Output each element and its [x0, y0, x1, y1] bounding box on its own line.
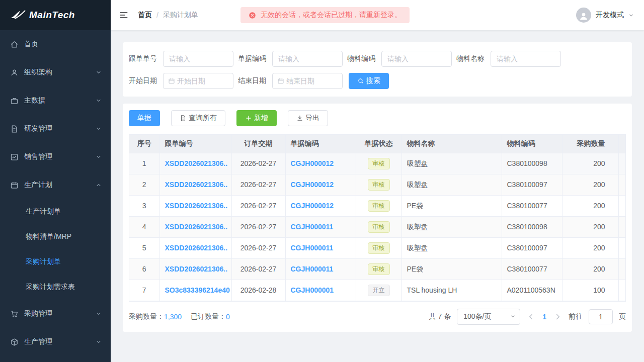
- table-panel: 单据查询所有新增导出 序号跟单编号订单交期单据编码单据状态物料名称物料编码采购数…: [123, 104, 632, 332]
- doc-no-link[interactable]: CGJH000011: [291, 265, 334, 273]
- calendar-icon: [10, 181, 19, 190]
- sidebar-item-master-data[interactable]: 主数据: [0, 86, 111, 115]
- user-menu[interactable]: 开发模式: [576, 8, 634, 23]
- filter-label: 跟单单号: [129, 54, 157, 63]
- chevron-down-icon: [96, 154, 102, 160]
- table-row[interactable]: 2XSDD2026021306..2026-02-27CGJH000012审核吸…: [129, 174, 626, 195]
- filter-input-start-date[interactable]: [175, 73, 233, 88]
- text-input-doc-code[interactable]: [272, 51, 343, 67]
- cell-material-name: 吸塑盘: [401, 174, 502, 195]
- cell-material-name: 吸塑盘: [401, 153, 502, 174]
- doc-no-link[interactable]: CGJH000001: [291, 286, 334, 294]
- document-button[interactable]: 单据: [129, 110, 160, 126]
- filter-row-2: 开始日期结束日期搜索: [129, 73, 626, 89]
- logo-swoosh-icon: [9, 9, 26, 21]
- table-row[interactable]: 4XSDD2026021306..2026-02-27CGJH000011审核吸…: [129, 216, 626, 237]
- filter-field-material-code: 物料编码: [347, 51, 452, 67]
- text-input-follow-no[interactable]: [163, 51, 233, 67]
- sidebar-subitem[interactable]: 采购计划单: [0, 249, 111, 275]
- cell-follow-no: XSDD2026021306..: [159, 153, 231, 174]
- date-input-start-date[interactable]: [163, 73, 233, 89]
- sidebar-item-sales[interactable]: 销售管理: [0, 143, 111, 171]
- cell-qty: 200: [562, 153, 618, 174]
- goto-page-input[interactable]: [589, 309, 613, 324]
- filter-input-material-code[interactable]: [382, 51, 451, 66]
- follow-no-link[interactable]: XSDD2026021306..: [165, 244, 228, 252]
- status-badge: 审核: [368, 263, 390, 275]
- add-button[interactable]: 新增: [236, 110, 277, 126]
- sidebar-item-production-plan[interactable]: 生产计划: [0, 171, 111, 199]
- cell-doc-no: CGJH000011: [285, 258, 356, 280]
- filter-input-end-date[interactable]: [284, 73, 342, 88]
- sidebar-item-org[interactable]: 组织架构: [0, 58, 111, 86]
- menu-fold-icon[interactable]: [119, 10, 129, 20]
- sidebar-item-production[interactable]: 生产管理: [0, 328, 111, 356]
- cell-follow-no: XSDD2026021306..: [159, 216, 231, 237]
- follow-no-link[interactable]: XSDD2026021306..: [165, 223, 228, 231]
- cell-qty: 200: [562, 216, 618, 237]
- cell-qty: 200: [562, 174, 618, 195]
- cell-follow-no: XSDD2026021306..: [159, 258, 231, 280]
- follow-no-link[interactable]: SO3c833396214e40: [165, 286, 230, 294]
- page-number[interactable]: 1: [541, 313, 547, 321]
- cell-clipped: [618, 174, 626, 195]
- text-input-material-code[interactable]: [381, 51, 452, 67]
- briefcase-icon: [10, 97, 19, 105]
- cell-clipped: [618, 258, 626, 280]
- sidebar-item-home[interactable]: 首页: [0, 30, 111, 58]
- query-all-button[interactable]: 查询所有: [171, 110, 225, 126]
- export-button[interactable]: 导出: [288, 110, 328, 126]
- table-header-row: 序号跟单编号订单交期单据编码单据状态物料名称物料编码采购数量: [129, 135, 626, 153]
- sidebar-subitem[interactable]: 采购计划需求表: [0, 275, 111, 300]
- cell-doc-no: CGJH000011: [285, 237, 356, 258]
- cell-material-code: C380100097: [502, 237, 562, 258]
- column-header: 订单交期: [231, 135, 285, 153]
- doc-no-link[interactable]: CGJH000012: [291, 159, 334, 167]
- table-row[interactable]: 5XSDD2026021306..2026-02-27CGJH000011审核吸…: [129, 237, 626, 258]
- sidebar-subitem[interactable]: 物料清单/MRP: [0, 224, 111, 249]
- sidebar-item-rnd[interactable]: 研发管理: [0, 115, 111, 143]
- app-root: MainTech 首页组织架构主数据研发管理销售管理生产计划生产计划单物料清单/…: [0, 0, 644, 362]
- table-row[interactable]: 1XSDD2026021306..2026-02-27CGJH000012审核吸…: [129, 153, 626, 174]
- filter-input-material-name[interactable]: [491, 51, 560, 66]
- chevron-down-icon: [96, 311, 102, 317]
- chevron-down-icon: [96, 126, 102, 132]
- status-badge: 审核: [368, 200, 390, 212]
- follow-no-link[interactable]: XSDD2026021306..: [165, 180, 228, 189]
- table-row[interactable]: 6XSDD2026021306..2026-02-27CGJH000011审核P…: [129, 258, 626, 280]
- next-page-button[interactable]: [553, 312, 562, 321]
- page-size-select[interactable]: 100条/页: [457, 309, 520, 325]
- follow-no-link[interactable]: XSDD2026021306..: [165, 202, 228, 210]
- avatar: [576, 8, 591, 23]
- filter-input-doc-code[interactable]: [273, 51, 342, 66]
- prev-page-button[interactable]: [526, 312, 535, 321]
- table-row[interactable]: 7SO3c833396214e402026-02-28CGJH000001开立T…: [129, 280, 626, 301]
- filter-input-follow-no[interactable]: [164, 51, 233, 66]
- sidebar-subitem[interactable]: 生产计划单: [0, 199, 111, 224]
- cell-material-name: 吸塑盘: [401, 216, 502, 237]
- cell-material-code: C380100098: [502, 153, 562, 174]
- cell-status: 审核: [356, 174, 401, 195]
- table-body: 1XSDD2026021306..2026-02-27CGJH000012审核吸…: [129, 153, 626, 301]
- chevron-down-icon: [628, 13, 634, 18]
- text-input-material-name[interactable]: [491, 51, 561, 67]
- cell-status: 审核: [356, 153, 401, 174]
- cell-due-date: 2026-02-27: [231, 174, 285, 195]
- cart-icon: [10, 310, 19, 318]
- follow-no-link[interactable]: XSDD2026021306..: [165, 265, 228, 273]
- sidebar-item-purchasing[interactable]: 采购管理: [0, 300, 111, 328]
- doc-no-link[interactable]: CGJH000012: [291, 202, 334, 210]
- search-button[interactable]: 搜索: [349, 73, 389, 89]
- doc-no-link[interactable]: CGJH000012: [291, 180, 334, 189]
- filter-field-material-name: 物料名称: [456, 51, 561, 67]
- doc-no-link[interactable]: CGJH000011: [291, 244, 334, 252]
- breadcrumb-root[interactable]: 首页: [138, 11, 152, 20]
- table-row[interactable]: 3XSDD2026021306..2026-02-27CGJH000012审核P…: [129, 195, 626, 216]
- cell-clipped: [618, 195, 626, 216]
- sidebar-item-label: 主数据: [24, 96, 96, 105]
- box-icon: [10, 338, 19, 346]
- follow-no-link[interactable]: XSDD2026021306..: [165, 159, 228, 167]
- chevron-down-icon: [96, 98, 102, 104]
- doc-no-link[interactable]: CGJH000011: [291, 223, 334, 231]
- date-input-end-date[interactable]: [272, 73, 343, 89]
